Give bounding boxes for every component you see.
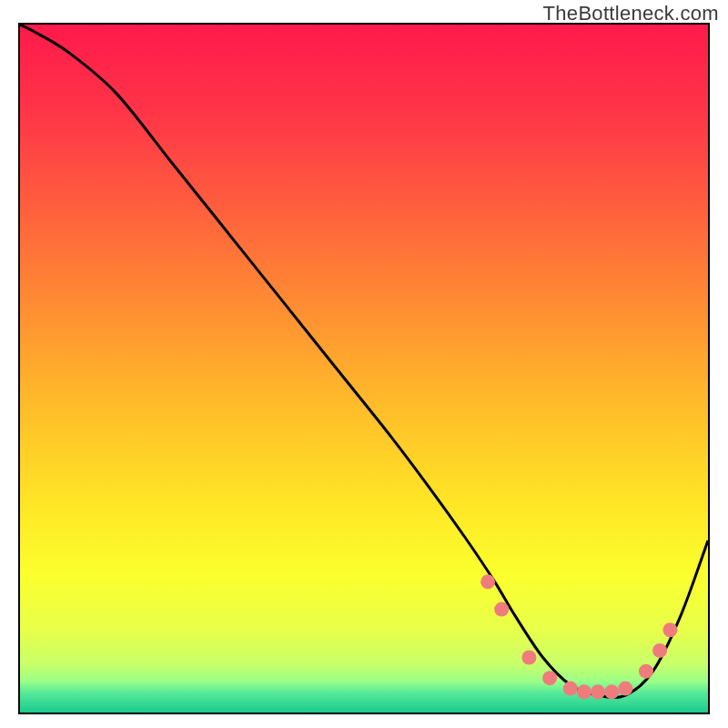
highlight-dot: [604, 684, 619, 699]
highlight-dot: [563, 682, 578, 696]
highlight-dot: [662, 622, 677, 637]
highlight-dot: [494, 602, 509, 617]
highlight-dot: [521, 651, 536, 665]
highlight-dot: [591, 684, 605, 699]
bottleneck-curve: [20, 25, 708, 698]
highlight-dot: [639, 664, 653, 679]
plot-area: [18, 23, 710, 714]
highlight-dots: [480, 574, 677, 699]
curve-layer: [20, 25, 708, 713]
highlight-dot: [542, 671, 557, 685]
chart-container: TheBottleneck.com: [0, 0, 728, 728]
highlight-dot: [618, 682, 632, 696]
highlight-dot: [652, 643, 667, 658]
highlight-dot: [577, 684, 592, 699]
highlight-dot: [480, 574, 495, 589]
watermark-label: TheBottleneck.com: [543, 2, 719, 25]
